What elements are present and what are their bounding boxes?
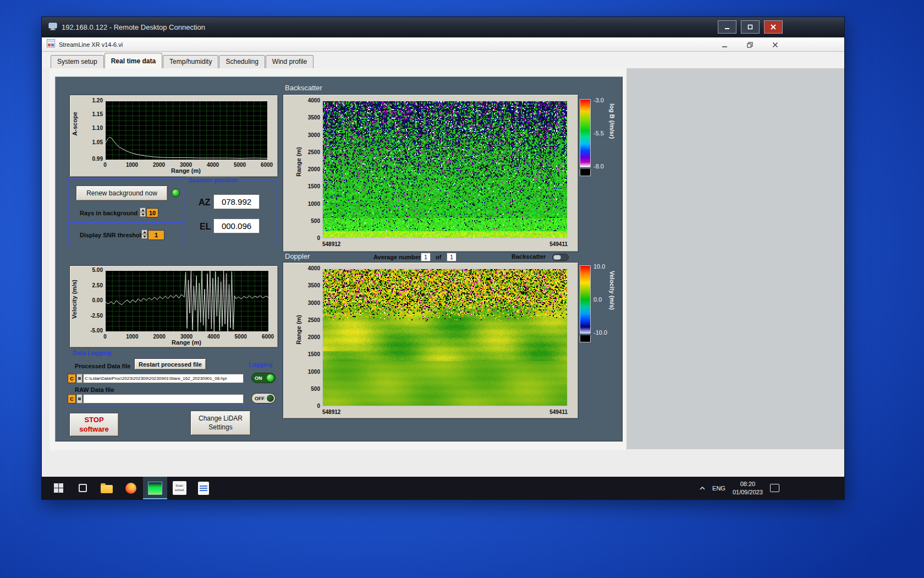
vi-front-panel: Backscatter A-scope Range (m) 1.201.151.…: [42, 68, 844, 477]
raw-drive-select[interactable]: C: [68, 394, 76, 403]
axis-tick-label: 0: [94, 334, 116, 340]
axis-tick-label: 3500: [296, 282, 320, 288]
snr-spinner[interactable]: [141, 230, 147, 239]
app-minimize-button[interactable]: [719, 40, 729, 49]
firefox-icon: [125, 483, 136, 494]
task-view-button[interactable]: [70, 477, 95, 499]
axis-tick-label: 5.00: [79, 267, 103, 273]
change-line1: Change LiDAR: [199, 415, 243, 423]
tab-wind-profile[interactable]: Wind profile: [266, 55, 314, 68]
average-number-field[interactable]: 1: [421, 253, 431, 261]
axis-tick-label: 2000: [148, 334, 170, 340]
tab-temp-humidity[interactable]: Temp/humidity: [163, 55, 218, 68]
snr-value-field[interactable]: 1: [148, 230, 164, 240]
background-controls-group: Renew background now Rays in background …: [68, 178, 184, 222]
toggle-knob[interactable]: [553, 255, 561, 260]
axis-tick-label: 1000: [121, 162, 143, 168]
data-logging-title: Data Logging: [70, 350, 113, 356]
processed-data-file-label: Processed Data file: [75, 363, 131, 369]
data-logging-group: Data Logging Processed Data file Restart…: [65, 353, 280, 406]
rdp-titlebar[interactable]: 192.168.0.122 - Remote Desktop Connectio…: [42, 17, 844, 37]
processed-browse-icon[interactable]: [76, 374, 82, 383]
axis-tick-label: 6000: [256, 162, 278, 168]
scan-scheduler-button[interactable]: Scansched: [167, 477, 191, 499]
off-label: OFF: [255, 396, 265, 401]
stop-line2: software: [79, 425, 108, 434]
axis-tick-label: -5.00: [79, 328, 103, 334]
restart-processed-file-button[interactable]: Restart processed file: [134, 358, 206, 370]
scan-scheduler-icon: Scansched: [173, 481, 186, 495]
backscatter-toggle-label: Backscatter: [512, 253, 546, 260]
processed-drive-select[interactable]: C: [68, 374, 76, 383]
renew-background-button[interactable]: Renew background now: [76, 186, 168, 201]
doppler-x-min: 548912: [322, 409, 340, 415]
tab-real-time-data[interactable]: Real time data: [105, 53, 162, 68]
clock-time: 08:20: [740, 480, 756, 488]
axis-tick-label: 0.99: [79, 156, 103, 162]
tab-scheduling[interactable]: Scheduling: [219, 55, 265, 68]
axis-tick-label: 3000: [175, 334, 197, 340]
change-lidar-settings-button[interactable]: Change LiDAR Settings: [190, 411, 251, 435]
notes-app-button[interactable]: [191, 477, 216, 499]
notes-app-icon: [198, 482, 209, 495]
axis-tick-label: 1.10: [79, 125, 103, 131]
backscatter-colorbar-gradient: [580, 99, 591, 167]
az-label: AZ: [199, 198, 210, 208]
stop-software-button[interactable]: STOP software: [69, 413, 119, 437]
rays-value-field[interactable]: 10: [146, 208, 158, 217]
firefox-button[interactable]: [119, 477, 143, 499]
raw-logging-toggle[interactable]: OFF: [251, 393, 276, 403]
snr-threshold-group: Display SNR threshold 1: [68, 222, 184, 248]
chevron-up-icon: [700, 487, 705, 490]
velocity-y-axis-label: Velocity (m/s): [71, 280, 78, 319]
raw-browse-icon[interactable]: [76, 394, 82, 403]
action-center-icon[interactable]: [770, 484, 779, 492]
el-label: EL: [200, 222, 211, 232]
processed-logging-toggle[interactable]: ON: [251, 373, 276, 383]
axis-tick-label: 500: [296, 386, 320, 392]
restore-icon: [747, 42, 753, 48]
background-status-led: [172, 189, 180, 197]
tray-expand-chevron[interactable]: [700, 487, 705, 490]
spin-down-icon[interactable]: [140, 212, 146, 217]
logging-off-led: [267, 395, 274, 402]
change-line2: Settings: [208, 423, 232, 432]
minimize-icon: [722, 42, 728, 48]
processed-path-field[interactable]: C:\Lidar\Data\Proc\2023\202309\20230901\…: [83, 374, 244, 383]
snr-threshold-label: Display SNR threshold: [80, 232, 145, 238]
axis-tick-label: 0.00: [79, 297, 103, 303]
axis-tick-label: 5000: [229, 162, 251, 168]
taskbar-clock[interactable]: 08:20 01/09/2023: [733, 480, 763, 496]
rdp-close-button[interactable]: [764, 20, 783, 34]
spin-down-icon[interactable]: [141, 234, 147, 239]
average-total-field[interactable]: 1: [447, 253, 457, 261]
app-window-title: StreamLine XR v14-6.vi: [59, 41, 123, 48]
tab-system-setup[interactable]: System setup: [51, 55, 104, 68]
axis-tick-label: 1500: [296, 183, 320, 189]
rdp-maximize-button[interactable]: [741, 20, 760, 34]
file-explorer-button[interactable]: [95, 477, 119, 499]
axis-tick-label: 4000: [296, 265, 320, 271]
axis-tick-label: 2000: [296, 166, 320, 172]
rdp-window: 192.168.0.122 - Remote Desktop Connectio…: [41, 17, 845, 500]
axis-tick-label: 3000: [175, 162, 197, 168]
rays-spinner[interactable]: [140, 208, 146, 217]
doppler-colorbar-gradient: [580, 265, 591, 334]
axis-tick-label: 1000: [296, 201, 320, 207]
app-restore-button[interactable]: [745, 40, 755, 49]
start-button[interactable]: [46, 477, 70, 499]
close-icon: [772, 42, 778, 48]
remote-desktop-icon: [48, 23, 57, 32]
windows-logo-icon: [54, 483, 63, 493]
app-close-button[interactable]: [770, 40, 780, 49]
streamline-app-button[interactable]: [143, 477, 167, 499]
language-indicator[interactable]: ENG: [712, 485, 725, 492]
raw-path-field[interactable]: [83, 394, 244, 403]
doppler-title: Doppler: [285, 252, 310, 260]
ascope-chart: A-scope Range (m) 1.201.151.101.050.9901…: [69, 95, 278, 177]
backscatter-heatmap-panel: Range (m) 548912 549411 4000350030002500…: [283, 94, 579, 252]
rdp-minimize-button[interactable]: [718, 20, 736, 34]
backscatter-display-toggle[interactable]: [552, 254, 569, 261]
app-titlebar[interactable]: StreamLine XR v14-6.vi: [42, 37, 844, 52]
colorbar-underflow-block: [580, 335, 591, 342]
